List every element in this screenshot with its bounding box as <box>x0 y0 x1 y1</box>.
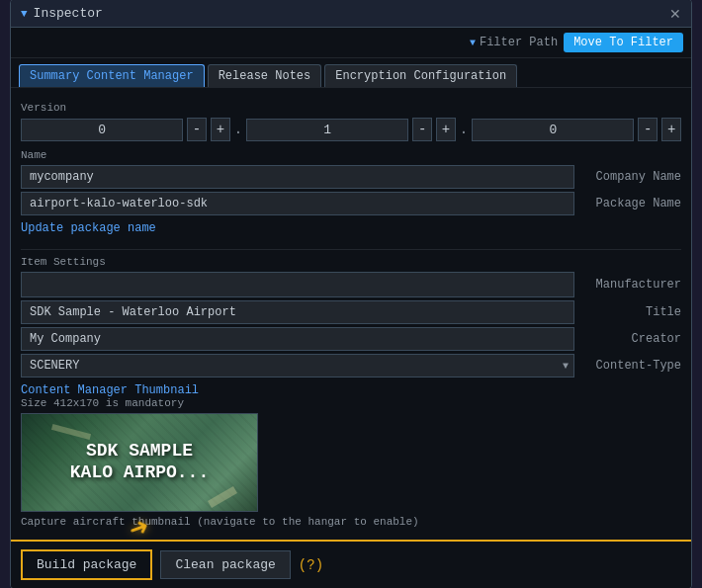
title-bar: ▼ Inspector ✕ <box>11 0 691 28</box>
package-name-label: Package Name <box>582 197 681 210</box>
filter-path-label: ▼ Filter Path <box>470 36 558 49</box>
name-section: Company Name Package Name Update package… <box>21 165 681 243</box>
inspector-window: ▼ Inspector ✕ ▼ Filter Path Move To Filt… <box>10 0 692 588</box>
name-section-label: Name <box>21 149 681 161</box>
version-label: Version <box>21 102 681 114</box>
version-row: - + . - + . - + <box>21 118 681 141</box>
funnel-icon: ▼ <box>470 38 476 48</box>
tab-bar: Summary Content Manager Release Notes En… <box>11 58 691 88</box>
version-patch-plus[interactable]: + <box>661 118 681 141</box>
manufacturer-input[interactable] <box>21 272 574 297</box>
manufacturer-label: Manufacturer <box>582 278 681 292</box>
filter-bar: ▼ Filter Path Move To Filter <box>11 28 691 58</box>
bottom-bar: Build package Clean package (?) <box>11 540 691 588</box>
version-patch-input[interactable] <box>472 119 634 141</box>
creator-input[interactable] <box>21 327 574 351</box>
version-dot-2: . <box>460 122 468 137</box>
tab-release-notes[interactable]: Release Notes <box>208 64 322 87</box>
package-row: Package Name <box>21 192 681 215</box>
thumbnail-size-hint: Size 412x170 is mandatory <box>21 397 681 409</box>
company-name-label: Company Name <box>582 170 681 184</box>
separator-1 <box>21 249 681 250</box>
manufacturer-row: Manufacturer <box>21 272 681 297</box>
capture-text: Capture aircraft thumbnail (navigate to … <box>21 516 681 528</box>
version-major-minus[interactable]: - <box>187 118 207 141</box>
title-input[interactable] <box>21 300 574 324</box>
version-dot-1: . <box>234 122 242 137</box>
thumbnail-text: SDK SAMPLE KALO AIRPO... <box>70 441 209 483</box>
version-minor-minus[interactable]: - <box>412 118 432 141</box>
version-minor-plus[interactable]: + <box>436 118 456 141</box>
company-row: Company Name <box>21 165 681 189</box>
title-row: Title <box>21 300 681 324</box>
title-arrow-icon: ▼ <box>21 8 28 20</box>
creator-label: Creator <box>582 332 681 346</box>
tab-summary[interactable]: Summary Content Manager <box>19 64 205 87</box>
version-patch-minus[interactable]: - <box>638 118 658 141</box>
help-icon[interactable]: (?) <box>299 557 323 573</box>
version-major-plus[interactable]: + <box>211 118 230 141</box>
version-major-input[interactable] <box>21 119 183 141</box>
content-type-select[interactable]: SCENERY AIRCRAFT OTHER <box>21 354 574 378</box>
thumbnail-section: Content Manager Thumbnail Size 412x170 i… <box>21 383 681 512</box>
title-bar-left: ▼ Inspector <box>21 6 103 21</box>
move-to-filter-button[interactable]: Move To Filter <box>564 33 683 52</box>
item-settings-label: Item Settings <box>21 256 681 268</box>
thumbnail-section-label: Content Manager Thumbnail <box>21 383 681 397</box>
creator-row: Creator <box>21 327 681 351</box>
tab-encryption[interactable]: Encryption Configuration <box>324 64 517 87</box>
clean-package-button[interactable]: Clean package <box>160 550 290 579</box>
company-name-input[interactable] <box>21 165 574 189</box>
package-name-input[interactable] <box>21 192 574 215</box>
build-package-button[interactable]: Build package <box>21 549 152 580</box>
title-label: Title <box>582 305 681 319</box>
thumbnail-image[interactable]: SDK SAMPLE KALO AIRPO... <box>21 413 258 512</box>
content-type-label: Content-Type <box>582 359 681 373</box>
window-title: Inspector <box>34 6 103 21</box>
content-type-row: SCENERY AIRCRAFT OTHER ▼ Content-Type <box>21 354 681 378</box>
item-settings-section: Manufacturer Title Creator SCENERY AIRCR… <box>21 272 681 378</box>
update-package-name-button[interactable]: Update package name <box>21 219 156 237</box>
main-content: Version - + . - + . - + Name Company Nam… <box>11 88 691 540</box>
close-button[interactable]: ✕ <box>669 7 681 21</box>
version-minor-input[interactable] <box>246 119 408 141</box>
content-type-wrapper: SCENERY AIRCRAFT OTHER ▼ <box>21 354 574 378</box>
